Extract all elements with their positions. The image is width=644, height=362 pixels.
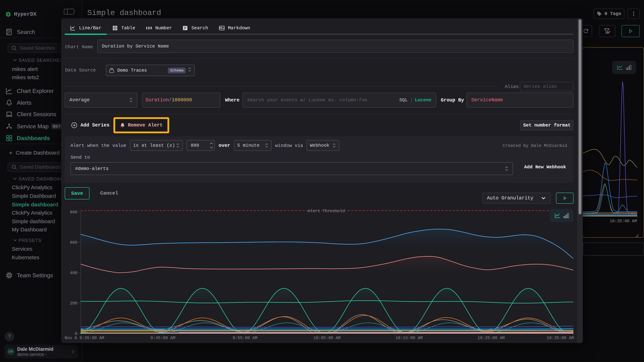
svg-text:9:45:00 AM: 9:45:00 AM [150, 336, 175, 340]
svg-text:10:15:00 AM: 10:15:00 AM [396, 336, 423, 340]
svg-text:10:25:00 AM: 10:25:00 AM [478, 336, 505, 340]
svg-text:200: 200 [70, 301, 77, 306]
svg-text:Nov 6 9:35:00 AM: Nov 6 9:35:00 AM [65, 336, 104, 340]
svg-text:600: 600 [70, 240, 77, 245]
svg-text:400: 400 [70, 271, 77, 275]
svg-text:800: 800 [70, 210, 77, 215]
svg-text:Alert Threshold: Alert Threshold [308, 209, 345, 213]
svg-text:9:55:00 AM: 9:55:00 AM [232, 336, 257, 340]
svg-text:0: 0 [75, 332, 77, 336]
svg-text:10:35:00 AM: 10:35:00 AM [547, 336, 574, 340]
svg-text:10:05:00 AM: 10:05:00 AM [314, 336, 340, 340]
